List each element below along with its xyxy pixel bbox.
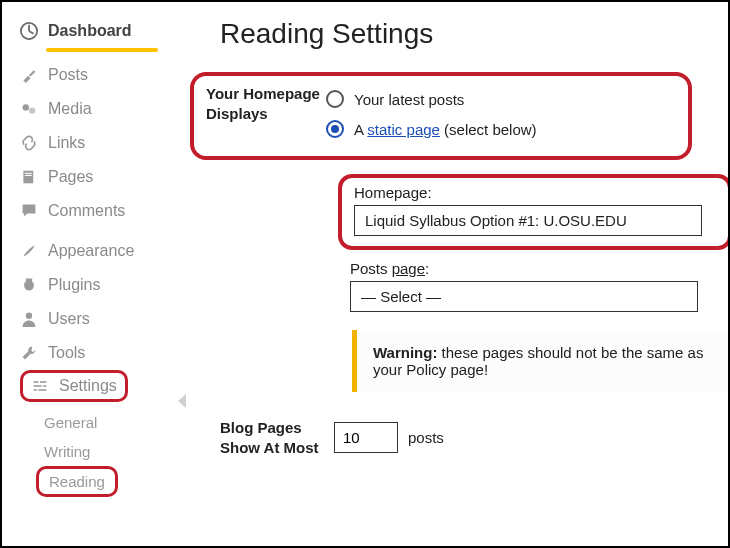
- svg-rect-12: [38, 389, 46, 391]
- posts-page-block: Posts page: — Select —: [350, 260, 730, 312]
- sidebar-item-plugins[interactable]: Plugins: [20, 268, 158, 302]
- homepage-select[interactable]: Liquid Syllabus Option #1: U.OSU.EDU: [354, 205, 702, 236]
- sidebar-item-label: Plugins: [48, 276, 100, 294]
- blog-pages-label: Blog Pages Show At Most: [220, 418, 334, 457]
- sidebar-item-posts[interactable]: Posts: [20, 58, 158, 92]
- sidebar-item-label: Links: [48, 134, 85, 152]
- radio-latest-posts[interactable]: Your latest posts: [326, 84, 537, 114]
- sidebar-item-label: Media: [48, 100, 92, 118]
- brush-icon: [20, 242, 38, 260]
- media-icon: [20, 100, 38, 118]
- svg-point-6: [26, 313, 32, 319]
- sidebar-item-label: Dashboard: [48, 22, 132, 40]
- blog-pages-input[interactable]: [334, 422, 398, 453]
- sidebar-item-pages[interactable]: Pages: [20, 160, 158, 194]
- homepage-displays-label: Your Homepage Displays: [206, 84, 320, 123]
- link-icon: [20, 134, 38, 152]
- sidebar-item-label: Appearance: [48, 242, 134, 260]
- svg-point-2: [29, 107, 35, 113]
- pin-icon: [20, 66, 38, 84]
- sidebar-item-label: Tools: [48, 344, 85, 362]
- sidebar-item-links[interactable]: Links: [20, 126, 158, 160]
- sidebar-item-settings[interactable]: Settings: [31, 375, 117, 397]
- sidebar-item-comments[interactable]: Comments: [20, 194, 158, 228]
- user-icon: [20, 310, 38, 328]
- admin-sidebar: Dashboard Posts Media Links Pages: [2, 2, 168, 546]
- static-page-link[interactable]: static page: [367, 121, 440, 138]
- svg-point-1: [23, 104, 29, 110]
- radio-unselected-icon: [326, 90, 344, 108]
- main-content: Reading Settings Your Homepage Displays …: [168, 2, 730, 546]
- page-icon: [20, 168, 38, 186]
- blog-pages-suffix: posts: [408, 429, 444, 446]
- sidebar-item-users[interactable]: Users: [20, 302, 158, 336]
- svg-rect-3: [23, 171, 33, 184]
- radio-static-page[interactable]: A static page (select below): [326, 114, 537, 144]
- svg-rect-10: [43, 385, 46, 387]
- sidebar-item-media[interactable]: Media: [20, 92, 158, 126]
- warning-bold: Warning:: [373, 344, 437, 361]
- submenu-reading[interactable]: Reading: [49, 470, 105, 493]
- page-title: Reading Settings: [220, 18, 730, 50]
- sidebar-item-label: Pages: [48, 168, 93, 186]
- svg-rect-4: [25, 173, 32, 174]
- homepage-displays-highlight: Your Homepage Displays Your latest posts…: [190, 72, 692, 160]
- radio-label: Your latest posts: [354, 91, 464, 108]
- submenu-writing[interactable]: Writing: [30, 437, 158, 466]
- posts-page-label: Posts page:: [350, 260, 730, 277]
- warning-notice: Warning: these pages should not be the s…: [352, 330, 730, 392]
- svg-rect-11: [34, 389, 37, 391]
- submenu-general[interactable]: General: [30, 408, 158, 437]
- svg-rect-9: [34, 385, 42, 387]
- settings-icon: [31, 377, 49, 395]
- settings-highlight: Settings: [20, 370, 128, 402]
- comment-icon: [20, 202, 38, 220]
- sidebar-item-label: Users: [48, 310, 90, 328]
- sidebar-item-tools[interactable]: Tools: [20, 336, 158, 370]
- sidebar-item-label: Settings: [59, 377, 117, 395]
- plug-icon: [20, 276, 38, 294]
- radio-selected-icon: [326, 120, 344, 138]
- homepage-field-label: Homepage:: [354, 184, 716, 201]
- reading-highlight: Reading: [36, 466, 118, 497]
- homepage-select-highlight: Homepage: Liquid Syllabus Option #1: U.O…: [338, 174, 730, 250]
- wrench-icon: [20, 344, 38, 362]
- svg-rect-7: [34, 381, 39, 383]
- sidebar-item-label: Comments: [48, 202, 125, 220]
- svg-rect-8: [40, 381, 46, 383]
- radio-label: A static page (select below): [354, 121, 537, 138]
- posts-page-select[interactable]: — Select —: [350, 281, 698, 312]
- dashboard-icon: [20, 22, 38, 40]
- settings-submenu: General Writing Reading: [20, 408, 158, 497]
- sidebar-item-dashboard[interactable]: Dashboard: [20, 14, 158, 48]
- active-indicator: [46, 48, 158, 52]
- svg-rect-5: [25, 175, 32, 176]
- sidebar-item-appearance[interactable]: Appearance: [20, 234, 158, 268]
- sidebar-item-label: Posts: [48, 66, 88, 84]
